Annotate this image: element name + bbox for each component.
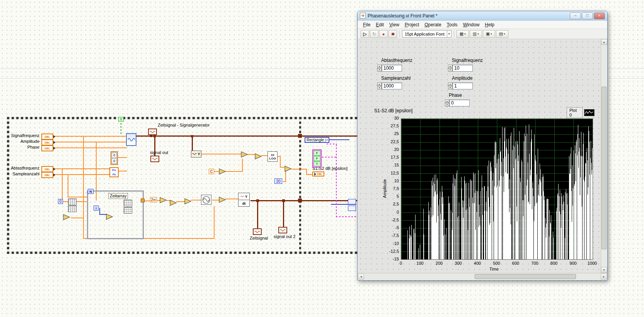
loop-iteration-terminal[interactable]: i — [94, 206, 99, 211]
menu-item-help[interactable]: Help — [482, 21, 497, 28]
arith-function-node[interactable] — [63, 214, 70, 220]
enum-constant-rectangle[interactable]: Rectangle ▾ — [305, 137, 329, 143]
array-index-box[interactable] — [348, 199, 356, 204]
vertical-scrollbar[interactable]: ▴ ▾ — [601, 39, 607, 273]
menu-item-file[interactable]: File — [361, 21, 373, 28]
scroll-right-icon[interactable]: ▸ — [601, 274, 607, 279]
arith-function-node[interactable] — [255, 153, 262, 159]
decrement-icon[interactable]: ▾ — [445, 103, 449, 106]
menu-item-view[interactable]: View — [387, 21, 402, 28]
terminal-abtastfrequenz[interactable]: AbtastfrequenzDBL — [41, 166, 53, 172]
decrement-icon[interactable]: ▾ — [448, 86, 452, 89]
constant-c[interactable]: C — [209, 169, 214, 174]
amplitude-spinner[interactable]: ▴ ▾ — [448, 82, 452, 89]
font-selector[interactable]: 15pt Application Font ▾ — [402, 30, 451, 38]
plot-area[interactable] — [401, 118, 593, 260]
arith-function-node[interactable] — [285, 166, 291, 172]
loop-count-terminal[interactable]: N — [88, 189, 94, 194]
horizontal-scrollbar[interactable]: ◂ ▸ — [358, 273, 607, 279]
menu-item-edit[interactable]: Edit — [373, 21, 386, 28]
arith-function-node[interactable] — [160, 197, 167, 203]
chevron-down-icon[interactable]: ▾ — [447, 31, 451, 37]
run-continuous-button[interactable]: ↻ — [370, 30, 378, 38]
waveform-terminal-icon[interactable] — [278, 227, 287, 233]
sine-function-node[interactable] — [201, 195, 211, 205]
array-function-icon[interactable] — [124, 207, 132, 214]
s1s2-dbl-indicator-terminal[interactable]: DBL — [312, 171, 324, 176]
array-index-box[interactable] — [348, 206, 356, 211]
abtastfrequenz-spinner[interactable]: ▴ ▾ — [377, 65, 382, 72]
maximize-button[interactable]: □ — [582, 12, 593, 19]
sequence-structure-bottom-border[interactable] — [7, 252, 358, 254]
terminal-signalfrequenz[interactable]: SignalfrequenzDBL — [41, 134, 53, 140]
constant-2pi[interactable]: 2π — [150, 197, 157, 202]
decrement-icon[interactable]: ▾ — [448, 68, 452, 72]
waveform-terminal-icon[interactable] — [148, 129, 157, 135]
loop-tunnel[interactable] — [141, 199, 145, 202]
terminal-amplitude[interactable]: AmplitudeDBL — [41, 139, 53, 146]
terminal-sampleanzahl[interactable]: SampleanzahlDBL — [41, 172, 53, 178]
reorder-objects-button[interactable]: ▤▾ — [496, 30, 508, 38]
arith-function-node[interactable] — [184, 198, 191, 204]
arith-function-node[interactable] — [241, 151, 248, 158]
get-waveform-y-node[interactable]: Y — [191, 151, 201, 158]
arith-function-node[interactable] — [219, 168, 226, 175]
numeric-constant-0[interactable]: 0 — [58, 199, 63, 204]
align-objects-button[interactable]: ▦▾ — [457, 30, 469, 38]
sequence-structure-left-border[interactable] — [7, 117, 9, 254]
sampleanzahl-input[interactable]: 1000 — [382, 82, 402, 89]
abtastfrequenz-input[interactable]: 1000 — [382, 65, 402, 72]
scroll-down-icon[interactable]: ▾ — [601, 267, 607, 273]
pause-button[interactable]: ▮▮ — [388, 30, 397, 38]
scroll-up-icon[interactable]: ▴ — [601, 39, 607, 45]
signalfrequenz-spinner[interactable]: ▴ ▾ — [448, 65, 452, 72]
sampling-info-constant[interactable]: Fs #s — [109, 167, 119, 177]
distribute-objects-button[interactable]: ▥▾ — [470, 30, 482, 38]
menu-item-window[interactable]: Window — [461, 21, 482, 28]
menu-item-project[interactable]: Project — [402, 21, 421, 28]
phase-input[interactable]: 0 — [449, 99, 470, 106]
increment-icon[interactable]: ▴ — [445, 99, 449, 103]
increment-icon[interactable]: ▴ — [448, 82, 452, 86]
arith-function-node[interactable] — [219, 197, 226, 203]
window-titlebar[interactable]: Phasenauslesung.vi Front Panel * – □ × — [358, 11, 607, 21]
phase-spinner[interactable]: ▴ ▾ — [445, 99, 449, 106]
menu-item-tools[interactable]: Tools — [445, 21, 460, 28]
increment-icon[interactable]: ▴ — [377, 65, 382, 68]
build-waveform-node[interactable]: Y dt — [238, 193, 250, 207]
signalfrequenz-input[interactable]: 10 — [452, 65, 473, 72]
arith-function-node[interactable] — [106, 214, 113, 220]
resize-objects-button[interactable]: ▣▾ — [483, 30, 495, 38]
horizontal-scrollbar-track[interactable] — [364, 274, 601, 279]
minimize-button[interactable]: – — [570, 12, 581, 19]
boolean-true-constant[interactable]: T — [118, 117, 124, 122]
array-function-icon[interactable] — [68, 199, 77, 205]
chevron-down-icon[interactable]: ▾ — [325, 139, 329, 142]
terminal-phase[interactable]: PhaseDBL — [41, 145, 53, 151]
decrement-icon[interactable]: ▾ — [377, 86, 382, 89]
run-button[interactable]: ▷ — [361, 30, 369, 38]
cluster-constant[interactable]: 00 — [111, 151, 118, 165]
for-loop-structure[interactable] — [87, 190, 144, 239]
decrement-icon[interactable]: ▾ — [377, 68, 382, 72]
signal-generator-express-vi[interactable] — [126, 133, 136, 146]
increment-icon[interactable]: ▴ — [448, 65, 452, 68]
amplitude-input[interactable]: 1 — [452, 82, 473, 89]
log-function-node[interactable]: 10 LOG — [267, 151, 278, 162]
horizontal-scrollbar-thumb[interactable] — [475, 274, 576, 279]
arith-function-node[interactable] — [170, 200, 177, 206]
plot-sample-icon[interactable] — [584, 109, 595, 116]
menu-item-operate[interactable]: Operate — [422, 21, 443, 28]
array-function-icon[interactable] — [68, 206, 77, 212]
waveform-terminal-icon[interactable] — [150, 156, 159, 162]
array-function-icon[interactable] — [124, 200, 132, 206]
vertical-scrollbar-track[interactable] — [601, 45, 607, 267]
numeric-constant-20[interactable]: 20 — [274, 178, 282, 184]
sequence-structure-top-border[interactable] — [7, 117, 358, 119]
sampleanzahl-spinner[interactable]: ▴ ▾ — [377, 82, 382, 89]
boolean-array-constant[interactable]: FFT — [312, 149, 322, 168]
increment-icon[interactable]: ▴ — [377, 82, 382, 86]
waveform-terminal-icon[interactable] — [253, 228, 262, 235]
plot-legend[interactable]: Plot 0 — [567, 107, 595, 118]
abort-button[interactable]: ● — [379, 30, 388, 38]
